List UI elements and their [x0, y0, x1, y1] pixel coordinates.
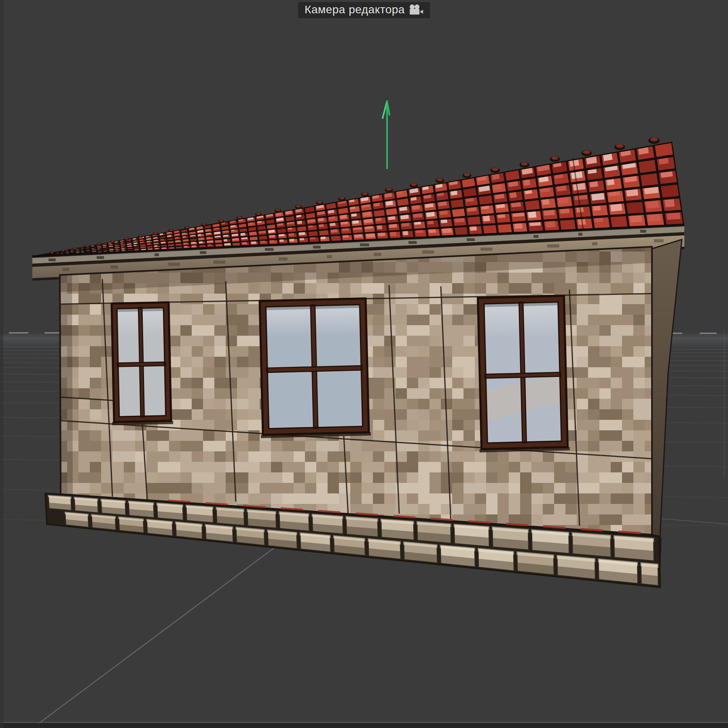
viewport-3d[interactable]: Камера редактора — [0, 0, 728, 728]
window-2 — [258, 298, 371, 438]
camera-menu[interactable]: Камера редактора — [298, 2, 430, 18]
right-side-face — [652, 239, 682, 587]
house-model[interactable] — [32, 138, 684, 587]
video-camera-icon — [409, 4, 423, 15]
y-axis-arrow — [383, 101, 389, 169]
scene-canvas — [0, 0, 728, 728]
window-1 — [110, 302, 173, 425]
camera-label: Камера редактора — [305, 3, 405, 16]
window-3 — [476, 296, 569, 452]
